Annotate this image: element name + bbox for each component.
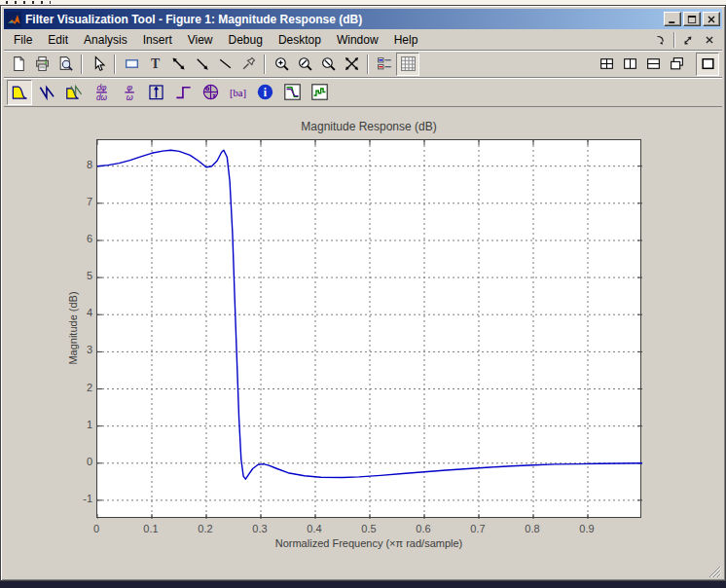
phase-response-button[interactable] [34, 80, 59, 105]
phase-delay-button[interactable]: φω [116, 80, 141, 105]
analysis-toolbar: dφdωφω[ba]i [4, 78, 722, 107]
tile-horizontal-button[interactable] [641, 53, 665, 76]
design-mask-icon [283, 83, 302, 101]
text-icon: T [147, 55, 163, 72]
y-tick-label: 8 [59, 159, 92, 170]
phase-response-icon [38, 83, 56, 101]
menu-items: FileEditAnalysisInsertViewDebugDesktopWi… [6, 31, 652, 49]
cascade-windows-button[interactable] [665, 53, 688, 76]
print-preview-icon [57, 55, 74, 72]
insert-arrow-button[interactable] [190, 53, 213, 76]
menu-view[interactable]: View [180, 31, 221, 49]
y-tick-label: 3 [59, 344, 92, 355]
phase-delay-icon: φω [120, 83, 138, 101]
zoom-y-button[interactable] [316, 53, 340, 76]
close-button[interactable] [703, 12, 720, 26]
line-icon [217, 55, 234, 72]
x-tick-label: 0.6 [404, 523, 443, 534]
x-tick-label: 0.2 [186, 523, 225, 534]
y-tick-label: 2 [59, 382, 92, 393]
svg-text:φ: φ [127, 83, 132, 92]
titlebar[interactable]: Filter Visualization Tool - Figure 1: Ma… [4, 9, 722, 29]
zoom-x-button[interactable] [293, 53, 316, 76]
pin-icon [240, 55, 257, 72]
new-figure-button[interactable] [7, 53, 30, 76]
full-view-button[interactable] [340, 53, 363, 76]
x-tick-label: 0 [77, 523, 116, 534]
x-tick-label: 0.4 [295, 523, 334, 534]
print-icon [34, 55, 51, 72]
pole-zero-button[interactable] [198, 80, 223, 105]
magnitude-and-phase-button[interactable] [61, 80, 87, 105]
x-tick-label: 0.9 [567, 523, 606, 534]
window-title: Filter Visualization Tool - Figure 1: Ma… [25, 13, 664, 26]
impulse-response-button[interactable] [143, 80, 168, 105]
svg-text:[ba]: [ba] [229, 87, 245, 98]
menu-window[interactable]: Window [329, 31, 386, 49]
close-figure-button[interactable] [701, 32, 718, 48]
data-cursor-button[interactable] [236, 53, 260, 76]
menu-desktop[interactable]: Desktop [271, 31, 329, 49]
grid-button[interactable] [396, 53, 419, 76]
axes-plot[interactable] [96, 139, 641, 518]
magnitude-phase-icon [65, 83, 84, 101]
tile-vertical-button[interactable] [618, 53, 641, 76]
undock-figure-button[interactable] [679, 32, 697, 48]
background-strip-bottom [0, 581, 726, 588]
menu-insert[interactable]: Insert [135, 31, 180, 49]
tile-four-icon [599, 55, 615, 72]
magnitude-response-button[interactable] [7, 80, 32, 105]
resize-grip[interactable] [708, 565, 721, 577]
print-button[interactable] [30, 53, 54, 76]
figure-area: Magnitude Response (dB) Normalized Frequ… [4, 107, 722, 578]
y-tick-label: 4 [59, 307, 92, 318]
group-delay-button[interactable]: dφdω [89, 80, 114, 105]
dock-figure-button[interactable] [652, 32, 670, 48]
matlab-logo-icon [6, 12, 21, 27]
print-preview-button[interactable] [54, 53, 77, 76]
edit-plot-button[interactable] [87, 53, 110, 76]
single-window-button[interactable] [696, 53, 719, 76]
impulse-response-icon [147, 83, 165, 101]
insert-rectangle-button[interactable] [120, 53, 143, 76]
tile-vertical-icon [622, 55, 638, 72]
menu-analysis[interactable]: Analysis [76, 31, 135, 49]
legend-button[interactable] [373, 53, 396, 76]
insert-line-button[interactable] [213, 53, 236, 76]
menu-file[interactable]: File [6, 31, 40, 49]
new-document-icon [11, 55, 27, 72]
maximize-button[interactable] [683, 12, 701, 26]
close-icon [706, 14, 717, 25]
step-response-button[interactable] [170, 80, 196, 105]
menu-debug[interactable]: Debug [221, 31, 271, 49]
y-tick-label: 0 [59, 456, 92, 467]
minimize-icon [667, 14, 678, 25]
main-toolbar-left: T [7, 53, 595, 76]
figure-dock-controls [652, 32, 720, 48]
insert-double-arrow-button[interactable] [166, 53, 190, 76]
small-close-icon [703, 33, 716, 47]
step-response-icon [174, 83, 193, 101]
x-tick-label: 0.3 [240, 523, 279, 534]
magnitude-mask-button[interactable] [279, 80, 305, 105]
minimize-button[interactable] [664, 12, 681, 26]
insert-text-button[interactable]: T [143, 53, 166, 76]
tile-windows-button[interactable] [595, 53, 618, 76]
x-tick-label: 0.5 [349, 523, 388, 534]
x-axis-label: Normalized Frequency (×π rad/sample) [96, 537, 641, 549]
filter-info-button[interactable]: i [252, 80, 277, 105]
x-tick-label: 0.1 [131, 523, 170, 534]
noise-spectrum-icon [310, 83, 329, 101]
noise-spectrum-button[interactable] [307, 80, 332, 105]
main-toolbar-right [595, 53, 719, 76]
coefficients-icon: [ba] [229, 83, 247, 101]
menu-help[interactable]: Help [386, 31, 426, 49]
pointer-icon [91, 55, 107, 72]
menu-edit[interactable]: Edit [40, 31, 76, 49]
toolbar-separator [114, 55, 116, 74]
zoom-in-button[interactable] [270, 53, 293, 76]
filter-coefficients-button[interactable]: [ba] [225, 80, 250, 105]
toolbar-separator [81, 55, 83, 74]
x-tick-label: 0.8 [513, 523, 552, 534]
arrow-icon [194, 55, 210, 72]
